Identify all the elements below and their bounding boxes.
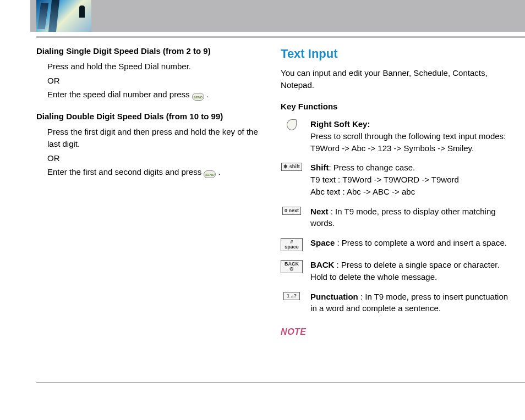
instruction-line: Press the first digit and then press and… [47,126,259,150]
one-key-icon: 1 .,? [281,291,303,300]
text: Enter the first and second digits and pr… [47,167,204,176]
key-desc: Space : Press to complete a word and ins… [310,237,508,249]
key-suffix: : Press to complete a word and insert a … [337,238,507,247]
key-row-next: 0 next Next : In T9 mode, press to displ… [281,206,508,230]
key-name: Next [310,207,331,216]
key-name: Shift [310,163,329,172]
note-label: NOTE [281,325,508,338]
key-desc: BACK : Press to delete a single space or… [310,259,508,283]
instruction-or: OR [47,152,259,164]
column-left: Dialing Single Digit Speed Dials (from 2… [36,45,259,338]
column-right: Text Input You can input and edit your B… [281,45,508,338]
divider-top [36,36,525,38]
instruction-line: Press and hold the Speed Dial number. [47,60,259,73]
page-content: Dialing Single Digit Speed Dials (from 2… [36,45,508,338]
key-suffix: : In T9 mode, press to display other mat… [310,207,496,228]
key-detail: Press to scroll through the following te… [310,131,506,153]
send-icon: SEND [192,93,204,101]
text: . [216,167,220,176]
heading-single-digit: Dialing Single Digit Speed Dials (from 2… [36,45,259,57]
text: Enter the speed dial number and press [47,90,192,99]
key-suffix: : Press to delete a single space or char… [310,260,500,281]
header-bar [30,0,525,32]
intro-text: You can input and edit your Banner, Sche… [281,67,508,91]
key-name: Punctuation [310,292,360,301]
hash-key-icon: # space [281,237,303,251]
star-key-icon: ✱ shift [281,162,303,171]
divider-bottom [36,382,525,383]
key-desc: Right Soft Key: Press to scroll through … [310,118,508,154]
key-row-back: BACK ⊙ BACK : Press to delete a single s… [281,259,508,283]
back-key-icon: BACK ⊙ [281,259,303,273]
right-soft-key-icon [281,118,303,130]
key-functions-heading: Key Functions [281,101,508,113]
zero-key-icon: 0 next [281,206,303,215]
key-name: Space [310,238,337,247]
header-photo [36,0,91,32]
instruction-or: OR [47,75,259,87]
instruction-line: Enter the first and second digits and pr… [47,166,259,178]
key-row-softkey: Right Soft Key: Press to scroll through … [281,118,508,154]
key-detail: T9 text : T9Word -> T9WORD -> T9word Abc… [310,175,459,196]
key-desc: Next : In T9 mode, press to display othe… [310,206,508,230]
key-row-space: # space Space : Press to complete a word… [281,237,508,251]
key-name: Right Soft Key: [310,119,370,129]
key-name: BACK [310,260,337,269]
key-row-punctuation: 1 .,? Punctuation : In T9 mode, press to… [281,291,508,315]
instruction-line: Enter the speed dial number and press SE… [47,89,259,101]
key-row-shift: ✱ shift Shift: Press to change case. T9 … [281,162,508,197]
section-title: Text Input [281,45,508,63]
text: . [204,90,209,99]
heading-double-digit: Dialing Double Digit Speed Dials (from 1… [36,110,259,123]
key-suffix: : Press to change case. [329,163,415,172]
key-desc: Punctuation : In T9 mode, press to inser… [310,291,508,315]
send-icon: SEND [204,170,216,178]
key-desc: Shift: Press to change case. T9 text : T… [310,162,508,197]
